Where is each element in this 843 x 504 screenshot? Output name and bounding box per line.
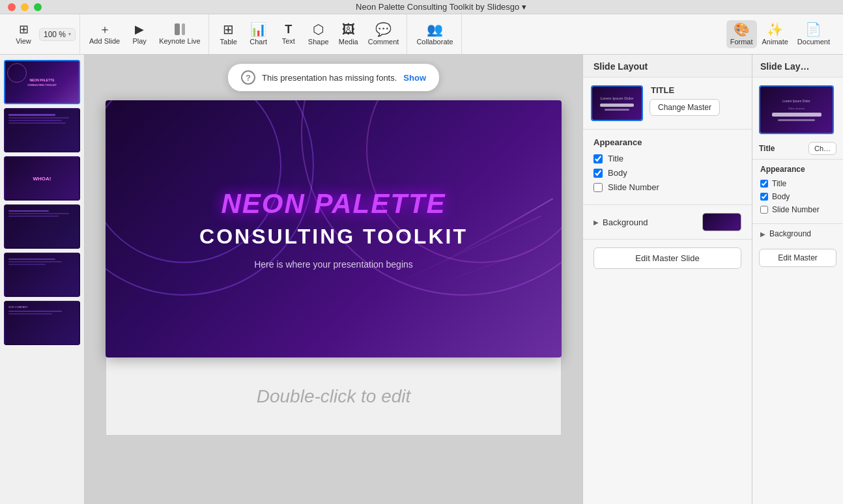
table-icon: ⊞ bbox=[223, 23, 234, 36]
missing-fonts-show-button[interactable]: Show bbox=[403, 73, 426, 83]
view-button[interactable]: ⊞ View bbox=[9, 21, 38, 48]
slide-thumb-inner-1: NEON PALETTE CONSULTING TOOLKIT bbox=[4, 60, 80, 104]
appearance-title: Appearance bbox=[593, 137, 741, 147]
format-edit-master-button[interactable]: Edit Master bbox=[759, 249, 836, 267]
background-row: ▶ Background bbox=[593, 213, 741, 231]
format-title-checkbox[interactable] bbox=[760, 180, 768, 188]
body-checkbox-row: Body bbox=[593, 168, 741, 178]
animate-label: Animate bbox=[762, 38, 788, 46]
view-label: View bbox=[16, 37, 31, 45]
format-slide-number-checkbox[interactable] bbox=[760, 206, 768, 214]
slide-layout-header: Slide Layout bbox=[583, 55, 752, 77]
toolbar-group-view: ⊞ View 100 % ▾ bbox=[5, 14, 80, 54]
background-swatch[interactable] bbox=[702, 213, 741, 231]
slide-thumb-4[interactable]: 4 bbox=[4, 204, 80, 249]
collaborate-icon: 👥 bbox=[427, 23, 443, 36]
keynote-live-label: Keynote Live bbox=[159, 37, 201, 45]
format-background-label: Background bbox=[769, 229, 811, 238]
view-icon: ⊞ bbox=[19, 23, 29, 35]
media-label: Media bbox=[339, 38, 358, 46]
titlebar: Neon Palette Consulting Toolkit by Slide… bbox=[0, 0, 843, 14]
format-background-expand-arrow[interactable]: ▶ bbox=[760, 231, 765, 238]
document-icon: 📄 bbox=[805, 23, 822, 36]
minimize-button[interactable] bbox=[21, 3, 29, 11]
layout-thumb-lorem: Lorem Ipsum Dolor bbox=[600, 96, 633, 100]
document-button[interactable]: 📄 Document bbox=[793, 20, 834, 48]
body-checkbox-label: Body bbox=[608, 168, 627, 178]
comment-button[interactable]: 💬 Comment bbox=[364, 20, 403, 48]
sub-slide-text: Double-click to edit bbox=[257, 386, 411, 407]
toolbar-group-insert: ⊞ Table 📊 Chart T Text ⬡ Shape 🖼 Media 💬… bbox=[210, 14, 408, 54]
add-slide-button[interactable]: ＋ Add Slide bbox=[85, 21, 124, 48]
format-body-checkbox-row: Body bbox=[760, 192, 835, 201]
chart-icon: 📊 bbox=[250, 23, 266, 36]
shape-button[interactable]: ⬡ Shape bbox=[304, 20, 333, 48]
format-title-label: Title bbox=[759, 144, 775, 153]
maximize-button[interactable] bbox=[34, 3, 42, 11]
format-layout-lorem2: Dolor sit amet bbox=[788, 107, 805, 110]
body-checkbox[interactable] bbox=[593, 169, 603, 178]
format-layout-thumb[interactable]: Lorem Ipsum Dolor Dolor sit amet bbox=[759, 85, 834, 134]
slide-thumb-2[interactable]: 2 bbox=[4, 108, 80, 152]
toolbar-group-collaborate: 👥 Collaborate bbox=[408, 14, 461, 54]
format-title-checkbox-row: Title bbox=[760, 179, 835, 188]
text-button[interactable]: T Text bbox=[274, 21, 303, 48]
slide-subtitle: Here is where your presentation begins bbox=[254, 259, 413, 270]
keynote-live-button[interactable]: Keynote Live bbox=[155, 21, 205, 48]
close-button[interactable] bbox=[8, 3, 16, 11]
format-icon: 🎨 bbox=[734, 23, 750, 36]
zoom-value: 100 % bbox=[44, 30, 66, 39]
format-panel-header: Slide Lay… bbox=[752, 55, 843, 77]
canvas-area: ? This presentation has missing fonts. S… bbox=[85, 55, 582, 504]
text-icon: T bbox=[285, 23, 292, 35]
animate-button[interactable]: ✨ Animate bbox=[758, 20, 792, 48]
format-slide-number-checkbox-row: Slide Number bbox=[760, 205, 835, 214]
missing-fonts-icon: ? bbox=[241, 70, 255, 85]
slide-thumb-6[interactable]: 6 OUR COMPANY bbox=[4, 301, 80, 345]
slide-thumb-inner-3: WHOA! bbox=[4, 156, 80, 201]
layout-thumb[interactable]: Lorem Ipsum Dolor bbox=[591, 85, 643, 121]
media-button[interactable]: 🖼 Media bbox=[334, 20, 363, 48]
chart-label: Chart bbox=[250, 38, 267, 46]
collaborate-button[interactable]: 👥 Collaborate bbox=[412, 20, 457, 48]
format-body-checkbox[interactable] bbox=[760, 193, 768, 201]
keynote-live-icon bbox=[175, 23, 185, 35]
slide-thumb-1[interactable]: 1 NEON PALETTE CONSULTING TOOLKIT bbox=[4, 60, 80, 104]
zoom-dropdown-arrow: ▾ bbox=[68, 31, 71, 37]
layout-thumb-line1 bbox=[600, 104, 633, 107]
slide-thumb-inner-5 bbox=[4, 253, 80, 297]
add-slide-icon: ＋ bbox=[99, 23, 111, 35]
format-appearance-title: Appearance bbox=[760, 165, 835, 174]
layout-right: TITLE Change Master bbox=[650, 85, 720, 121]
format-slide-number-checkbox-label: Slide Number bbox=[772, 205, 820, 214]
media-icon: 🖼 bbox=[342, 23, 355, 36]
format-body-checkbox-label: Body bbox=[772, 192, 790, 201]
background-label-container: ▶ Background bbox=[593, 217, 648, 227]
slide-number-checkbox[interactable] bbox=[593, 183, 603, 192]
background-expand-arrow[interactable]: ▶ bbox=[593, 219, 599, 226]
play-label: Play bbox=[132, 37, 146, 45]
slide-layout-panel: Slide Layout Lorem Ipsum Dolor TITLE Cha… bbox=[582, 55, 752, 504]
play-icon: ▶ bbox=[135, 23, 144, 35]
toolbar-group-slide: ＋ Add Slide ▶ Play Keynote Live bbox=[81, 14, 209, 54]
slide-number-checkbox-row: Slide Number bbox=[593, 182, 741, 192]
change-master-button[interactable]: Change Master bbox=[650, 99, 720, 116]
chart-button[interactable]: 📊 Chart bbox=[244, 20, 273, 48]
toolbar: ⊞ View 100 % ▾ ＋ Add Slide ▶ Play Keynot… bbox=[0, 14, 843, 55]
format-change-button[interactable]: Ch… bbox=[808, 142, 836, 155]
slide-thumb-inner-6: OUR COMPANY bbox=[4, 301, 80, 345]
add-slide-label: Add Slide bbox=[89, 37, 120, 45]
sub-slide-area[interactable]: Double-click to edit bbox=[106, 357, 562, 436]
title-checkbox[interactable] bbox=[593, 154, 603, 163]
play-button[interactable]: ▶ Play bbox=[125, 21, 154, 48]
edit-master-slide-button[interactable]: Edit Master Slide bbox=[593, 247, 741, 269]
slide-img-1: NEON PALETTE CONSULTING TOOLKIT bbox=[5, 61, 79, 103]
format-layout-controls: Title Ch… bbox=[752, 142, 843, 159]
zoom-control[interactable]: 100 % ▾ bbox=[39, 28, 76, 41]
slide-thumb-5[interactable]: 5 bbox=[4, 253, 80, 297]
format-appearance-section: Appearance Title Body Slide Number bbox=[752, 159, 843, 223]
format-button[interactable]: 🎨 Format bbox=[726, 20, 757, 48]
background-label: Background bbox=[603, 217, 648, 227]
table-button[interactable]: ⊞ Table bbox=[214, 20, 243, 48]
slide-thumb-3[interactable]: 3 WHOA! bbox=[4, 156, 80, 201]
